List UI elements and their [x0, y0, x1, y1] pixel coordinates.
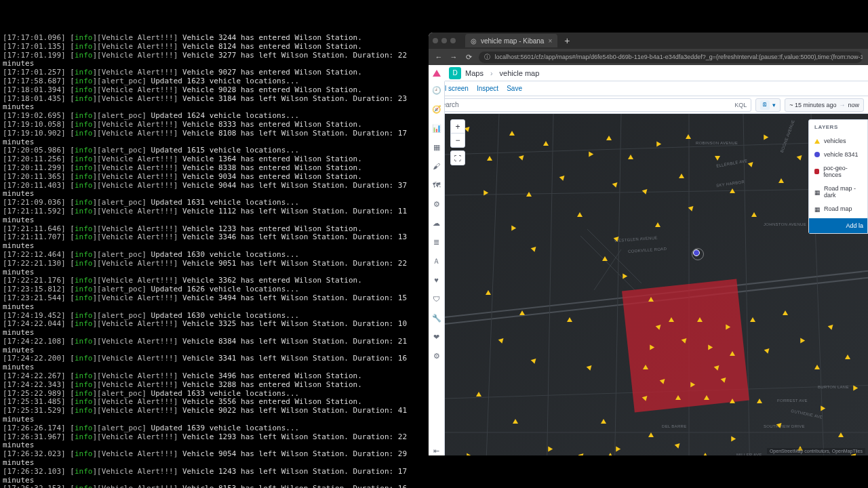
vehicle-marker[interactable]	[628, 155, 633, 159]
layers-title: LAYERS	[809, 120, 867, 134]
vehicle-marker[interactable]	[757, 399, 762, 403]
vehicle-marker[interactable]	[643, 365, 648, 369]
kql-toggle[interactable]: KQL	[734, 102, 747, 108]
layer-name: Road map	[824, 205, 852, 212]
recent-icon[interactable]: 🕘	[432, 85, 441, 95]
layer-row[interactable]: vehicle 8341	[809, 148, 867, 161]
vehicle-marker[interactable]	[715, 156, 720, 161]
vehicle-8341-marker[interactable]	[693, 249, 700, 256]
vehicle-marker[interactable]	[845, 354, 850, 359]
vehicle-marker[interactable]	[608, 453, 613, 455]
vehicle-marker[interactable]	[703, 453, 708, 455]
time-range[interactable]: ~ 15 minutes ago → now	[785, 98, 864, 112]
time-picker[interactable]: 🗓 ▾	[755, 98, 781, 112]
vehicle-marker[interactable]	[778, 178, 784, 183]
vehicle-marker[interactable]	[783, 310, 788, 315]
road-label: SOUTHVIEW DRIVE	[764, 424, 805, 428]
vehicle-marker[interactable]	[543, 141, 549, 146]
devtools-icon[interactable]: 🔧	[432, 313, 441, 323]
terminal-pane[interactable]: [17:17:01.096] [info][Vehicle Alert!!!] …	[0, 33, 427, 455]
breadcrumb-maps[interactable]: Maps	[465, 69, 484, 77]
browser-tab[interactable]: ◎ vehicle map - Kibana ×	[465, 34, 557, 47]
vehicle-marker[interactable]	[686, 134, 691, 139]
calendar-icon: 🗓	[760, 100, 770, 110]
layer-row[interactable]: vehicles	[809, 134, 867, 148]
vehicle-marker[interactable]	[567, 317, 572, 322]
discover-icon[interactable]: 🧭	[432, 104, 441, 114]
collapse-icon[interactable]: ⇤	[432, 446, 441, 455]
new-tab-button[interactable]: +	[561, 35, 572, 46]
kibana-query-bar: Search KQL 🗓 ▾ ~ 15 minutes ago → now	[429, 96, 868, 114]
vehicle-marker[interactable]	[730, 399, 735, 403]
vehicle-marker[interactable]	[655, 222, 660, 227]
log-line: [17:26:31.967] [info][Vehicle Alert!!!] …	[3, 433, 425, 451]
vehicle-marker[interactable]	[697, 317, 703, 322]
fit-bounds-button[interactable]: ⛶	[450, 150, 465, 165]
vehicle-marker[interactable]	[487, 156, 492, 161]
vehicle-marker[interactable]	[675, 395, 681, 400]
vehicle-marker[interactable]	[476, 392, 481, 396]
log-line: [17:21:11.592] [info][Vehicle Alert!!!] …	[3, 207, 425, 225]
vehicle-marker[interactable]	[486, 290, 491, 295]
vehicle-marker[interactable]	[519, 310, 525, 315]
back-icon[interactable]: ←	[434, 53, 443, 61]
close-tab-icon[interactable]: ×	[548, 37, 552, 45]
zoom-out-button[interactable]: −	[451, 134, 465, 147]
vehicle-marker[interactable]	[750, 317, 755, 322]
search-input[interactable]: Search KQL	[433, 98, 751, 112]
svg-line-8	[614, 114, 621, 455]
log-line: [17:24:22.044] [info][Vehicle Alert!!!] …	[3, 320, 425, 338]
vehicle-marker[interactable]	[751, 212, 757, 217]
inspect-link[interactable]: Inspect	[477, 85, 498, 92]
vehicle-marker[interactable]	[509, 131, 515, 136]
space-selector[interactable]: D	[449, 67, 461, 79]
monitor-icon[interactable]: ❤	[432, 332, 441, 342]
vehicle-marker[interactable]	[679, 174, 684, 178]
log-line: [17:20:11.403] [info][Vehicle Alert!!!] …	[3, 182, 425, 199]
uptime-icon[interactable]: ♥	[432, 275, 441, 285]
vehicle-marker[interactable]	[730, 351, 735, 356]
kibana-logo-icon[interactable]	[429, 65, 445, 81]
layer-row[interactable]: ▦Road map	[809, 202, 867, 216]
vehicle-marker[interactable]	[526, 192, 532, 197]
vehicle-marker[interactable]	[601, 419, 606, 424]
siem-icon[interactable]: 🛡	[432, 294, 441, 304]
mgmt-icon[interactable]: ⚙	[432, 351, 441, 361]
apm-icon[interactable]: Ａ	[432, 256, 441, 266]
info-icon: ⓘ	[484, 54, 490, 60]
visualize-icon[interactable]: 📊	[432, 123, 441, 133]
layer-row[interactable]: ▦Road map - dark	[809, 182, 867, 202]
forward-icon[interactable]: →	[449, 53, 458, 61]
map-canvas[interactable]: WESTGLEN AVENUE COOKVILLE ROAD ELLERBLE …	[445, 114, 868, 455]
vehicle-marker[interactable]	[730, 188, 735, 193]
dashboard-icon[interactable]: ▦	[432, 142, 441, 152]
log-line: [17:26:32.103] [info][Vehicle Alert!!!] …	[3, 468, 425, 485]
logs-icon[interactable]: ≣	[432, 237, 441, 247]
add-layer-button[interactable]: Add la	[809, 218, 867, 233]
vehicle-marker[interactable]	[838, 432, 844, 437]
layer-name: poc-geo-fences	[823, 165, 862, 178]
road-label: ROBINSON AVENUE	[696, 141, 738, 145]
vehicle-marker[interactable]	[669, 317, 674, 322]
canvas-icon[interactable]: 🖌	[432, 161, 441, 171]
vehicle-marker[interactable]	[606, 136, 612, 140]
vehicle-marker[interactable]	[704, 395, 709, 400]
maps-icon[interactable]: 🗺	[432, 180, 441, 190]
save-link[interactable]: Save	[507, 85, 522, 92]
vehicle-marker[interactable]	[648, 432, 654, 437]
vehicle-marker[interactable]	[814, 365, 820, 369]
vehicle-marker[interactable]	[513, 419, 518, 424]
layer-row[interactable]: poc-geo-fences	[809, 161, 867, 182]
vehicle-marker[interactable]	[577, 212, 583, 217]
infra-icon[interactable]: ☁	[432, 218, 441, 228]
zoom-in-button[interactable]: +	[451, 120, 465, 134]
ml-icon[interactable]: ⚙	[432, 199, 441, 209]
svg-line-6	[486, 114, 499, 455]
url-field[interactable]: ⓘ localhost:5601/cfz/app/maps#/map/d6fe5…	[479, 52, 863, 63]
log-line: [17:22:21.130] [info][Vehicle Alert!!!] …	[3, 260, 425, 277]
window-traffic-lights[interactable]	[433, 38, 456, 43]
geo-fence-polygon[interactable]	[622, 279, 749, 413]
vehicle-marker[interactable]	[648, 297, 654, 302]
vehicle-marker[interactable]	[602, 256, 608, 261]
reload-icon[interactable]: ⟳	[464, 53, 473, 62]
